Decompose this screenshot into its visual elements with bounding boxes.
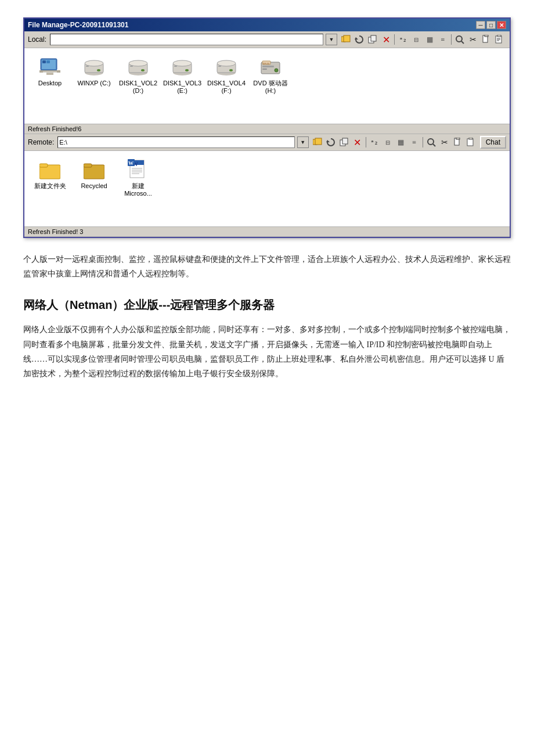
minimize-button[interactable]: ─ — [476, 21, 485, 29]
file-item-winxp-label: WINXP (C:) — [77, 80, 110, 87]
remote-toolbar-icons: ✕ ᵃ₂ ⊟ ▦ ≡ ✂ — [311, 136, 478, 149]
svg-rect-61 — [84, 164, 92, 167]
sort-icon[interactable]: ⊟ — [410, 33, 423, 46]
section-heading: 网络人（Netman）企业版---远程管理多个服务器 — [23, 297, 511, 313]
remote-path-input[interactable] — [57, 136, 294, 148]
file-item-recycled[interactable]: Recycled — [73, 156, 115, 200]
file-manager-window: File Manage-PC-200911091301 ─ □ ✕ Local:… — [23, 17, 511, 238]
svg-rect-19 — [42, 60, 46, 63]
remote-search-icon[interactable] — [425, 136, 438, 149]
svg-text:W: W — [128, 160, 134, 166]
local-label: Local: — [28, 35, 46, 44]
winxp-drive-icon — [82, 55, 106, 78]
filter-icon[interactable]: ᵃ₂ — [396, 33, 409, 46]
local-dropdown-btn[interactable]: ▼ — [326, 34, 337, 45]
refresh-icon[interactable] — [353, 33, 366, 46]
svg-point-52 — [428, 139, 434, 145]
separator2 — [451, 34, 452, 45]
local-toolbar-icons: ✕ ᵃ₂ ⊟ ▦ ≡ ✂ — [340, 33, 506, 46]
view-grid-icon[interactable]: ▦ — [423, 33, 436, 46]
svg-rect-17 — [46, 73, 53, 75]
svg-point-24 — [97, 69, 100, 71]
svg-line-6 — [461, 41, 464, 44]
disk1vol2-icon — [127, 55, 150, 78]
svg-point-45 — [275, 69, 278, 72]
file-item-disk1vol2[interactable]: DISK1_VOL2(D:) — [117, 53, 159, 97]
remote-refresh-icon[interactable] — [324, 136, 337, 149]
svg-point-28 — [129, 60, 147, 66]
remote-delete-icon[interactable]: ✕ — [351, 136, 364, 149]
dvd-drive-icon: DVD — [259, 55, 282, 78]
svg-point-33 — [173, 60, 192, 66]
remote-grid-icon[interactable]: ▦ — [395, 136, 407, 149]
file-item-newword-label: 新建Microso... — [124, 182, 152, 197]
close-button[interactable]: ✕ — [497, 21, 506, 29]
remote-paste-icon[interactable] — [452, 136, 464, 149]
svg-rect-35 — [174, 66, 177, 67]
local-path-input[interactable] — [50, 34, 323, 45]
svg-rect-51 — [342, 138, 348, 144]
file-item-disk1vol2-label: DISK1_VOL2(D:) — [119, 80, 157, 95]
remote-status-text: Refresh Finished! 3 — [28, 228, 83, 235]
svg-rect-1 — [344, 35, 350, 42]
disk1vol3-icon — [171, 55, 194, 78]
file-item-disk1vol3[interactable]: DISK1_VOL3(E:) — [161, 53, 203, 97]
svg-point-5 — [456, 36, 462, 42]
svg-marker-2 — [355, 37, 358, 39]
file-item-disk1vol4[interactable]: DISK1_VOL4(F:) — [205, 53, 247, 97]
svg-rect-44 — [262, 66, 274, 67]
properties-icon[interactable] — [493, 33, 506, 46]
scissors-icon[interactable]: ✂ — [467, 33, 479, 46]
svg-rect-59 — [39, 164, 48, 167]
view-list-icon[interactable]: ≡ — [436, 33, 449, 46]
remote-separator2 — [423, 137, 423, 147]
file-item-newword[interactable]: W W 新建Microso... — [117, 156, 159, 200]
svg-text:DVD: DVD — [263, 62, 269, 65]
file-item-disk1vol3-label: DISK1_VOL3(E:) — [163, 80, 201, 95]
svg-point-34 — [185, 69, 189, 71]
local-status-text: Refresh Finished!6 — [28, 125, 81, 132]
remote-filter-icon[interactable]: ᵃ₂ — [368, 136, 381, 149]
svg-rect-18 — [43, 71, 57, 73]
file-item-recycled-label: Recycled — [81, 182, 107, 190]
local-toolbar-row: Local: ▼ ✕ ᵃ₂ ⊟ ▦ ≡ — [24, 31, 510, 48]
local-status-bar: Refresh Finished!6 — [24, 124, 510, 134]
svg-point-23 — [85, 60, 103, 66]
titlebar: File Manage-PC-200911091301 ─ □ ✕ — [24, 19, 510, 31]
file-item-desktop[interactable]: Desktop — [29, 53, 71, 97]
separator1 — [394, 34, 395, 45]
local-panel: Local: ▼ ✕ ᵃ₂ ⊟ ▦ ≡ — [24, 31, 510, 134]
intro-paragraph: 个人版一对一远程桌面控制、监控，遥控鼠标键盘和便捷的文件上下文件管理，适合上班族… — [23, 252, 511, 281]
remote-separator1 — [366, 137, 366, 147]
file-item-newfolder[interactable]: 新建文件夹 — [29, 156, 71, 200]
window-controls[interactable]: ─ □ ✕ — [476, 21, 506, 29]
remote-scissors-icon[interactable]: ✂ — [438, 136, 451, 149]
remote-copy-icon[interactable] — [338, 136, 351, 149]
file-item-winxp[interactable]: WINXP (C:) — [73, 53, 115, 97]
chat-button[interactable]: Chat — [480, 136, 506, 149]
remote-label: Remote: — [28, 138, 54, 146]
paste-icon[interactable] — [480, 33, 493, 46]
svg-point-38 — [217, 60, 236, 66]
remote-open-icon[interactable] — [311, 136, 324, 149]
delete-icon[interactable]: ✕ — [380, 33, 392, 46]
svg-rect-55 — [456, 138, 460, 139]
svg-rect-25 — [86, 66, 89, 67]
remote-sort-icon[interactable]: ⊟ — [381, 136, 394, 149]
maximize-button[interactable]: □ — [486, 21, 496, 29]
remote-dropdown-btn[interactable]: ▼ — [297, 136, 309, 148]
copy-icon[interactable] — [366, 33, 379, 46]
search-icon[interactable] — [453, 33, 466, 46]
desktop-icon — [38, 55, 62, 78]
remote-panel: Remote: ▼ ✕ ᵃ₂ ⊟ ▦ ≡ — [24, 134, 510, 237]
file-item-dvd[interactable]: DVD DVD 驱动器(H:) — [250, 53, 291, 97]
remote-properties-icon[interactable] — [465, 136, 478, 149]
remote-status-bar: Refresh Finished! 3 — [24, 226, 510, 236]
svg-rect-30 — [130, 66, 133, 67]
open-folder-icon[interactable] — [340, 33, 352, 46]
svg-rect-57 — [469, 138, 472, 139]
remote-list-icon[interactable]: ≡ — [408, 136, 421, 149]
svg-rect-8 — [485, 35, 488, 37]
svg-rect-40 — [218, 66, 221, 67]
remote-toolbar-row: Remote: ▼ ✕ ᵃ₂ ⊟ ▦ ≡ — [24, 134, 510, 151]
